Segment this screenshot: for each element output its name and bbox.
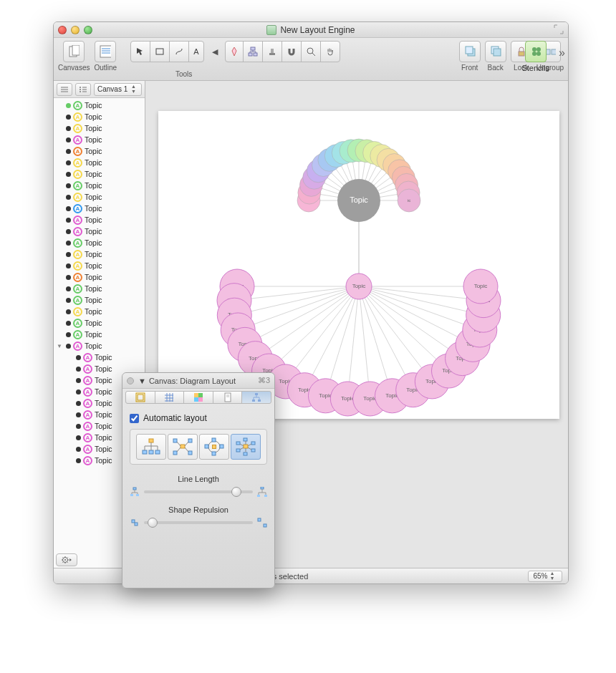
svg-rect-194 (212, 452, 216, 455)
outline-item[interactable]: ATopic (54, 134, 145, 145)
front-button[interactable] (459, 41, 481, 62)
tool-pen[interactable] (225, 41, 244, 62)
tool-hand[interactable] (320, 41, 340, 62)
outline-item[interactable]: ATopic (54, 214, 145, 226)
svg-point-169 (64, 559, 66, 561)
outline-item[interactable]: ATopic (54, 248, 145, 260)
outline-item[interactable]: ATopic (54, 168, 145, 180)
shape-repulsion-slider[interactable] (130, 518, 267, 528)
inspector-panel[interactable]: ▼ Canvas: Diagram Layout ⌘3 Automatic la… (122, 372, 275, 589)
outline-item[interactable]: ATopic (54, 329, 145, 340)
svg-rect-9 (254, 53, 257, 56)
outline-item[interactable]: ATopic (54, 191, 145, 203)
svg-rect-213 (264, 524, 266, 527)
tool-diagram[interactable] (243, 41, 263, 62)
svg-line-105 (255, 286, 359, 359)
titlebar[interactable]: New Layout Engine (54, 22, 568, 38)
inspector-close-icon[interactable] (127, 377, 134, 384)
svg-rect-185 (155, 450, 160, 454)
svg-rect-200 (251, 449, 255, 452)
outline-item[interactable]: ATopic (54, 122, 145, 134)
outline-item[interactable]: ATopic (54, 203, 145, 214)
tab-page-setup[interactable] (213, 391, 243, 404)
svg-text:Topic: Topic (352, 283, 366, 289)
outline-item[interactable]: ATopic (54, 306, 145, 317)
zoom-selector[interactable]: 65%▲▼ (528, 571, 562, 582)
svg-rect-205 (130, 494, 133, 496)
sidebar-view-list[interactable] (75, 83, 91, 96)
tools-segment2 (226, 41, 340, 62)
outline-item[interactable]: ATopic (54, 283, 145, 294)
svg-rect-6 (156, 49, 163, 54)
svg-rect-202 (236, 449, 240, 452)
svg-line-106 (269, 286, 359, 371)
outline-button[interactable] (95, 41, 116, 62)
svg-rect-211 (135, 523, 138, 526)
tool-select[interactable] (130, 41, 150, 62)
svg-rect-192 (212, 438, 216, 442)
line-length-slider[interactable] (130, 487, 267, 497)
minimize-icon[interactable] (71, 26, 80, 34)
layout-style-force[interactable] (168, 434, 198, 460)
tab-diagram-layout[interactable] (241, 391, 271, 404)
inspector-titlebar[interactable]: ▼ Canvas: Diagram Layout ⌘3 (122, 373, 274, 389)
svg-rect-1 (72, 45, 80, 55)
layout-style-circular[interactable] (199, 434, 229, 460)
outline-item[interactable]: ATopic (54, 145, 145, 157)
outline-label: Outline (94, 64, 117, 72)
svg-rect-184 (149, 450, 153, 454)
svg-line-115 (359, 286, 448, 371)
svg-point-30 (80, 89, 81, 90)
canvas-selector[interactable]: Canvas 1 ▲▼ (94, 83, 142, 96)
outline-item[interactable]: ATopic (54, 317, 145, 329)
tool-rect[interactable] (150, 41, 170, 62)
stencils-label: Stencils (521, 64, 549, 72)
outline-item[interactable]: ATopic (54, 111, 145, 122)
auto-layout-checkbox[interactable]: Automatic layout (130, 413, 267, 423)
sidebar-view-thumbnails[interactable] (57, 83, 72, 96)
svg-rect-208 (257, 495, 260, 497)
svg-rect-11 (271, 49, 274, 53)
outline-item[interactable]: ATopic (54, 352, 145, 363)
layout-style-hierarchy[interactable] (136, 434, 166, 460)
svg-rect-15 (466, 47, 473, 54)
svg-rect-204 (133, 488, 136, 490)
layout-style-radial[interactable] (231, 434, 261, 460)
tab-background[interactable] (183, 391, 213, 404)
zoom-icon[interactable] (84, 26, 92, 34)
back-button[interactable] (485, 41, 506, 62)
tool-text[interactable]: A (188, 41, 203, 62)
outline-item[interactable]: ATopic (54, 271, 145, 283)
tab-grid[interactable] (155, 391, 185, 404)
tool-zoom[interactable] (301, 41, 321, 62)
gear-menu-button[interactable] (56, 553, 77, 566)
tab-canvas-size[interactable] (125, 391, 155, 404)
outline-item[interactable]: ▼ATopic (54, 340, 145, 352)
outline-item[interactable]: ATopic (54, 237, 145, 248)
close-icon[interactable] (58, 26, 67, 34)
svg-text:ic: ic (408, 198, 410, 203)
tool-magnet[interactable] (281, 41, 302, 62)
canvases-button[interactable] (63, 41, 85, 62)
expand-icon[interactable] (554, 24, 564, 34)
canvases-label: Canvases (58, 64, 90, 72)
outline-item[interactable]: ATopic (54, 260, 145, 271)
svg-text:Topic: Topic (341, 395, 355, 402)
svg-rect-198 (244, 438, 247, 441)
outline-item[interactable]: ATopic (54, 180, 145, 191)
toolbar-overflow-icon[interactable]: » (559, 47, 565, 59)
tool-stamp[interactable] (262, 41, 282, 62)
outline-item[interactable]: ATopic (54, 100, 145, 111)
tool-line[interactable] (169, 41, 189, 62)
tools-label: Tools (175, 70, 192, 78)
stencils-button[interactable] (525, 41, 547, 62)
svg-rect-186 (181, 445, 185, 448)
outline-item[interactable]: ATopic (54, 157, 145, 168)
svg-rect-8 (249, 53, 252, 56)
svg-rect-206 (136, 494, 139, 496)
outline-item[interactable]: ATopic (54, 226, 145, 237)
window-title: New Layout Engine (54, 22, 568, 38)
outline-item[interactable]: ATopic (54, 294, 145, 306)
svg-rect-171 (138, 394, 143, 400)
svg-rect-197 (244, 445, 248, 448)
